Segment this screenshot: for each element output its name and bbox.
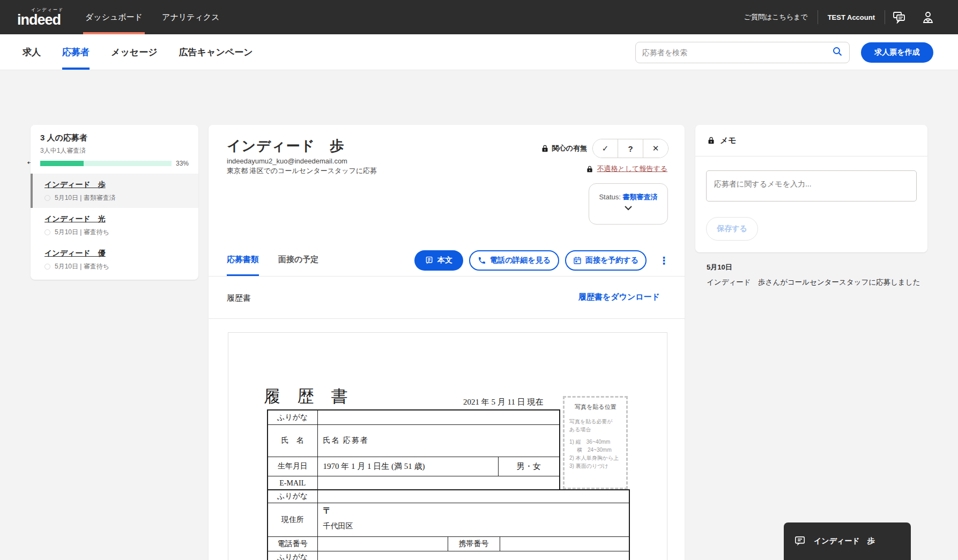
resume-furigana-label: ふりがな [268, 410, 317, 424]
resume-section-label: 履歴書 [227, 293, 251, 303]
resume-tel-value [317, 536, 448, 551]
timeline-text: インディード 歩さんがコールセンタースタッフに応募しました [707, 277, 926, 288]
activity-timeline: 5月10日 インディード 歩さんがコールセンタースタッフに応募しました [707, 263, 926, 288]
applicants-summary: 3 人の応募者 3人中1人審査済 33% [31, 125, 198, 174]
photo-box-title: 写真を貼る位置 [569, 403, 622, 411]
breadcrumb-bar: ← コールセンタースタッフ - 東京都 港区 [すべて（不採用を除く）] に戻る… [0, 70, 958, 113]
maybe-button[interactable]: ? [618, 139, 643, 158]
resume-furigana2-label: ふりがな [268, 490, 317, 503]
timeline-date: 5月10日 [707, 263, 926, 272]
calendar-icon [573, 256, 582, 265]
topnav-right: ご質問はこちらまで TEST Account [734, 0, 942, 34]
notes-title: メモ [720, 136, 737, 146]
resume-photo-box: 写真を貼る位置 写真を貼る必要が ある場合 1) 縦 36~40mm 横 24~… [563, 396, 628, 489]
resume-date: 2021 年 5 月 11 日 現在 [463, 397, 543, 407]
postal-mark: 〒 [323, 505, 624, 517]
message-body-button[interactable]: 本文 [414, 250, 463, 271]
indeed-logo[interactable]: インディード indeed [17, 0, 64, 34]
resume-furigana2-value [317, 490, 629, 503]
candidate-link[interactable]: インディード 歩 [44, 180, 106, 189]
resume-tel-label: 電話番号 [268, 536, 317, 551]
resume-furigana3-value [317, 551, 629, 560]
interested-button[interactable]: ✓ [593, 139, 618, 158]
interest-label: 関心の有無 [552, 144, 587, 153]
lock-icon [707, 136, 715, 145]
candidate-link[interactable]: インディード 優 [44, 249, 106, 257]
report-section: 不適格として報告する [586, 164, 667, 174]
candidate-link[interactable]: インディード 光 [44, 214, 106, 223]
resume-email-label: E-MAIL [268, 476, 317, 491]
resume-email-value [317, 476, 560, 491]
topnav-menu: ダッシュボード アナリティクス [76, 0, 229, 34]
search-icon[interactable] [832, 46, 843, 59]
resume-name-value: 氏名 応募者 [317, 424, 560, 457]
detail-tabs-row: 応募書類 面接の予定 本文 電話の詳細を見る 面接を予約する ⋮ [209, 244, 685, 277]
resume-furigana3-label: ふりがな [268, 551, 317, 560]
resume-table-upper: ふりがな 氏 名 氏名 応募者 生年月日 1970 年 1 月 1 日生 (満 … [267, 409, 560, 491]
create-job-button[interactable]: 求人票を作成 [861, 42, 933, 63]
status-label: Status: [599, 193, 620, 201]
notes-header: メモ [695, 125, 927, 156]
candidate-search [635, 42, 850, 63]
candidate-list-item[interactable]: インディード 優 5月10日 | 審査待ち [31, 242, 198, 277]
subnav-item-campaigns[interactable]: 広告キャンペーン [179, 34, 253, 70]
applicants-reviewed: 3人中1人審査済 [40, 146, 189, 155]
reject-button[interactable]: ✕ [643, 139, 668, 158]
lock-icon [586, 165, 593, 173]
phone-icon [478, 256, 486, 265]
account-name[interactable]: TEST Account [818, 13, 885, 21]
status-dropdown[interactable]: Status: 書類審査済 [589, 183, 668, 225]
help-link[interactable]: ご質問はこちらまで [734, 12, 818, 22]
status-circle-icon [44, 264, 50, 270]
schedule-interview-button[interactable]: 面接を予約する [565, 250, 647, 271]
candidate-detail-card: インディード 歩 indeedayumu2_kuo@indeedemail.co… [209, 125, 685, 560]
lock-icon [541, 144, 549, 153]
candidate-meta: 5月10日 | 審査待ち [55, 228, 109, 237]
candidate-list-item[interactable]: インディード 歩 5月10日 | 書類審査済 [31, 174, 198, 208]
interest-buttons: ✓ ? ✕ [592, 139, 669, 158]
candidate-list-item[interactable]: インディード 光 5月10日 | 審査待ち [31, 208, 198, 242]
subnav-item-messages[interactable]: メッセージ [111, 34, 158, 70]
status-value: 書類審査済 [623, 193, 658, 201]
subnav-item-candidates[interactable]: 応募者 [62, 34, 90, 70]
candidate-applied-text: 東京都 港区でのコールセンタースタッフに応募 [227, 166, 377, 176]
topnav-item-analytics[interactable]: アナリティクス [152, 0, 229, 34]
subnav-item-jobs[interactable]: 求人 [23, 34, 41, 70]
more-options-icon[interactable]: ⋮ [659, 255, 669, 267]
divider [885, 10, 885, 24]
applicants-count: 3 人の応募者 [40, 133, 189, 143]
account-icon[interactable] [922, 11, 934, 24]
resume-document: 履 歴 書 2021 年 5 月 11 日 現在 ふりがな 氏 名 氏名 応募者… [228, 332, 667, 560]
resume-address-label: 現住所 [268, 503, 317, 536]
search-input[interactable] [642, 48, 832, 57]
candidate-meta: 5月10日 | 書類審査済 [55, 193, 116, 203]
resume-birth-label: 生年月日 [268, 457, 317, 476]
interest-section: 関心の有無 ✓ ? ✕ [541, 139, 669, 158]
resume-gender: 男・女 [498, 457, 560, 476]
review-progress-bar [40, 161, 172, 166]
chat-widget[interactable]: インディード 歩 [784, 522, 911, 560]
resume-name-label: 氏 名 [268, 424, 317, 457]
resume-download-link[interactable]: 履歴書をダウンロード [578, 292, 660, 302]
tab-interview-schedule[interactable]: 面接の予定 [278, 243, 318, 276]
top-navbar: インディード indeed ダッシュボード アナリティクス ご質問はこちらまで … [0, 0, 958, 34]
applicants-panel: 3 人の応募者 3人中1人審査済 33% インディード 歩 5月10日 | 書類… [31, 125, 198, 280]
logo-word: indeed [17, 13, 64, 27]
document-icon [425, 256, 434, 265]
tab-application-documents[interactable]: 応募書類 [227, 243, 259, 276]
topnav-item-dashboard[interactable]: ダッシュボード [76, 0, 152, 34]
view-phone-button[interactable]: 電話の詳細を見る [469, 250, 559, 271]
resume-address-value: 千代田区 [323, 521, 624, 531]
notes-input[interactable] [706, 170, 917, 201]
resume-table-lower: ふりがな 現住所 〒 千代田区 電話番号 携帯番号 ふりがな [267, 489, 630, 560]
status-circle-icon [44, 229, 50, 235]
resume-header-row: 履歴書 履歴書をダウンロード [209, 277, 685, 319]
save-note-button[interactable]: 保存する [706, 217, 758, 241]
candidate-name: インディード 歩 [227, 137, 344, 155]
messages-icon[interactable] [893, 11, 907, 24]
resume-mobile-value [500, 536, 629, 551]
progress-fill [40, 161, 84, 166]
report-unqualified-link[interactable]: 不適格として報告する [597, 164, 667, 174]
employer-subnav: 求人 応募者 メッセージ 広告キャンペーン 求人票を作成 [0, 34, 958, 70]
chat-bubble-icon [794, 536, 806, 547]
